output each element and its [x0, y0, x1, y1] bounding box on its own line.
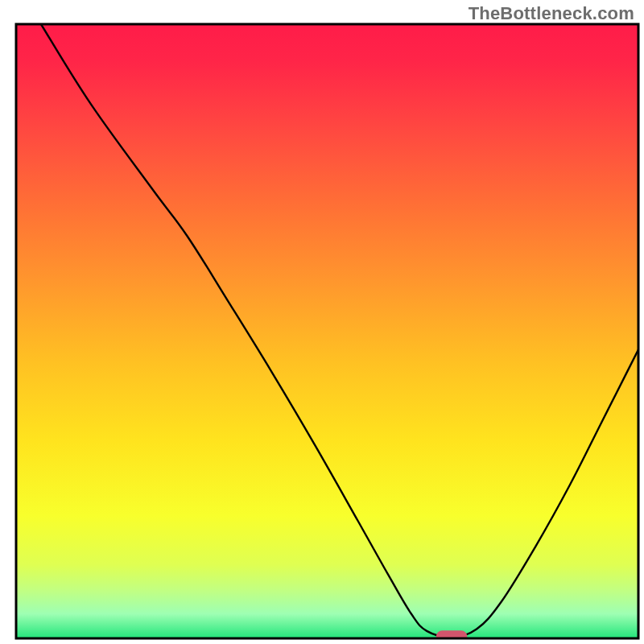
- optimal-marker: [436, 630, 468, 642]
- chart-background-gradient: [16, 24, 638, 638]
- attribution-label: TheBottleneck.com: [469, 3, 634, 24]
- bottleneck-chart: [0, 0, 644, 644]
